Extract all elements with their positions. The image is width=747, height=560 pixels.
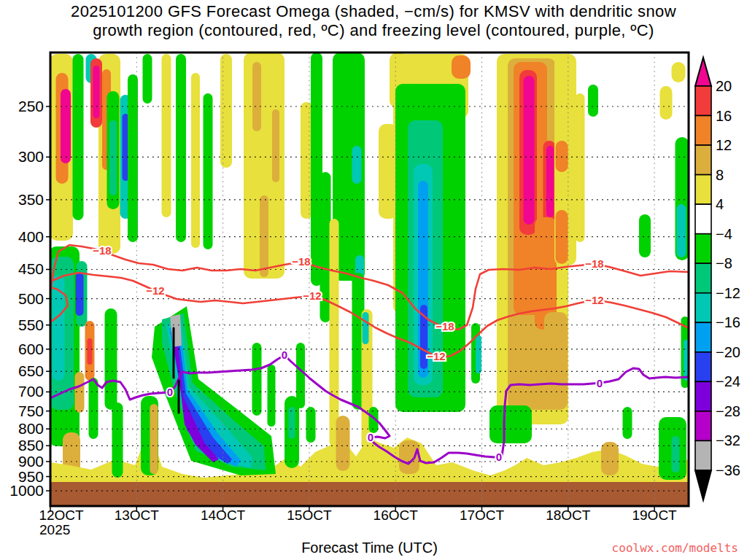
- svg-text:4: 4: [716, 196, 724, 212]
- svg-text:−18: −18: [585, 257, 603, 270]
- colorbar: 20161284−4−8−12−16−20−24−28−32−36: [695, 58, 740, 500]
- svg-text:400: 400: [18, 228, 44, 245]
- svg-text:550: 550: [18, 316, 44, 333]
- page-root: 2025101200 GFS Forecast Omega (shaded, −…: [0, 0, 747, 560]
- svg-text:19OCT: 19OCT: [632, 508, 677, 523]
- svg-text:450: 450: [18, 260, 44, 277]
- svg-text:−12: −12: [146, 284, 164, 297]
- x-axis-year-label: 2025: [39, 522, 70, 538]
- svg-text:18OCT: 18OCT: [546, 508, 591, 523]
- svg-text:12OCT: 12OCT: [39, 508, 84, 523]
- watermark-text: coolwx.com/modelts: [612, 541, 738, 555]
- svg-text:1000: 1000: [9, 482, 44, 499]
- omega-cross-section-chart: −18−18−18−18−12−12−12−120000025030035040…: [0, 0, 747, 560]
- svg-text:700: 700: [18, 383, 44, 400]
- svg-text:−12: −12: [716, 285, 740, 301]
- svg-text:−18: −18: [292, 255, 310, 268]
- svg-text:−12: −12: [585, 294, 603, 306]
- svg-text:−32: −32: [716, 432, 740, 448]
- svg-text:0: 0: [368, 431, 374, 443]
- svg-text:20: 20: [716, 78, 732, 94]
- svg-text:16OCT: 16OCT: [374, 508, 419, 523]
- svg-text:15OCT: 15OCT: [287, 508, 332, 523]
- svg-text:300: 300: [18, 148, 44, 165]
- svg-text:0: 0: [167, 386, 173, 398]
- svg-text:13OCT: 13OCT: [115, 508, 160, 523]
- svg-text:17OCT: 17OCT: [460, 508, 505, 523]
- svg-text:600: 600: [18, 341, 44, 357]
- svg-text:350: 350: [18, 191, 44, 208]
- svg-text:−18: −18: [436, 320, 454, 332]
- svg-text:−16: −16: [716, 314, 740, 330]
- svg-text:12: 12: [716, 137, 732, 153]
- svg-text:0: 0: [496, 451, 502, 463]
- svg-text:850: 850: [18, 437, 44, 454]
- svg-text:800: 800: [18, 420, 44, 437]
- svg-text:−8: −8: [716, 255, 732, 271]
- svg-text:250: 250: [18, 98, 44, 114]
- svg-text:−12: −12: [427, 350, 445, 362]
- svg-text:14OCT: 14OCT: [201, 508, 246, 523]
- svg-text:0: 0: [597, 377, 603, 389]
- svg-text:−20: −20: [716, 344, 740, 360]
- svg-text:650: 650: [18, 362, 44, 379]
- svg-text:750: 750: [18, 402, 44, 419]
- svg-text:−4: −4: [716, 226, 732, 242]
- svg-text:16: 16: [716, 108, 732, 124]
- svg-text:500: 500: [18, 290, 44, 307]
- x-axis-labels: 12OCT13OCT14OCT15OCT16OCT17OCT18OCT19OCT: [39, 506, 677, 523]
- svg-text:900: 900: [18, 453, 44, 470]
- y-axis-labels: 2503003504004505005506006507007508008509…: [9, 98, 50, 499]
- svg-text:8: 8: [716, 167, 724, 183]
- svg-text:−18: −18: [93, 244, 111, 257]
- svg-text:−36: −36: [716, 462, 740, 478]
- svg-text:0: 0: [282, 349, 287, 361]
- svg-text:−28: −28: [716, 403, 740, 419]
- svg-text:−24: −24: [716, 373, 740, 389]
- svg-text:−12: −12: [303, 289, 321, 302]
